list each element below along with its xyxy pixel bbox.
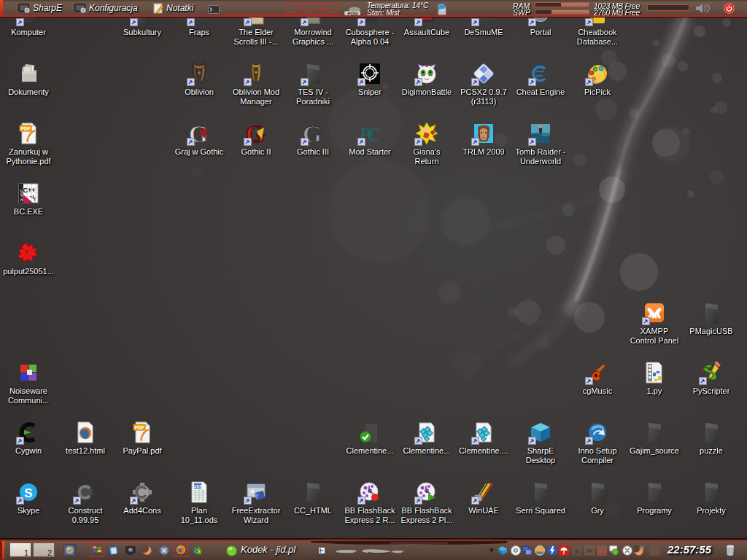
svg-text:ATI: ATI (597, 548, 605, 553)
svg-text:S: S (24, 486, 32, 500)
svg-text:PDF: PDF (21, 126, 31, 131)
svg-text:PDF: PDF (135, 425, 144, 430)
svg-text:C: C (368, 124, 381, 145)
svg-text:ODF: ODF (193, 484, 202, 489)
svg-text:C++: C++ (23, 187, 35, 194)
